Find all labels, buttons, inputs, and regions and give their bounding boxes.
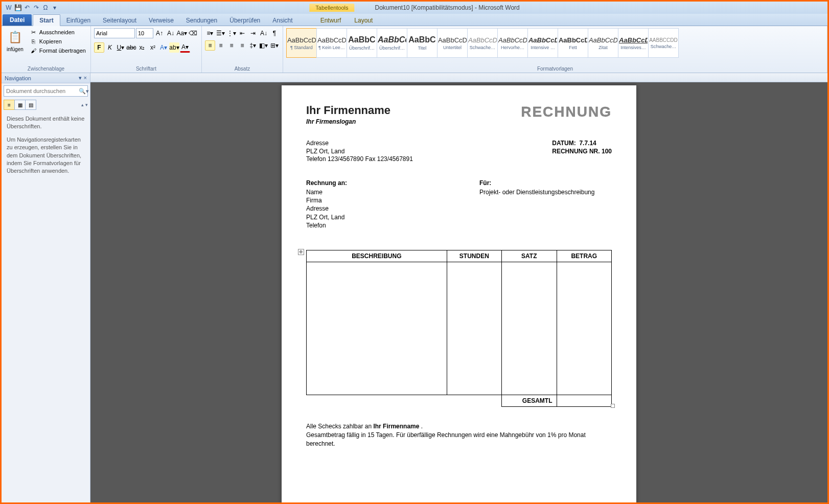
change-case-button[interactable]: Aa▾ bbox=[177, 28, 187, 38]
indent-inc-button[interactable]: ⇥ bbox=[248, 28, 258, 38]
invoice-table[interactable]: BESCHREIBUNG STUNDEN SATZ BETRAG bbox=[306, 250, 612, 407]
multilevel-button[interactable]: ⋮▾ bbox=[226, 28, 237, 38]
qat-dropdown-icon[interactable]: ▾ bbox=[51, 4, 59, 12]
cell-rate[interactable] bbox=[502, 262, 557, 395]
style-item-5[interactable]: AaBbCcDdUntertitel bbox=[437, 28, 468, 58]
nav-dropdown-icon[interactable]: ▾ bbox=[79, 75, 82, 81]
col-description[interactable]: BESCHREIBUNG bbox=[307, 250, 447, 262]
style-item-0[interactable]: AaBbCcDd¶ Standard bbox=[286, 28, 317, 58]
paste-button[interactable]: 📋 infügen bbox=[5, 28, 26, 53]
company-slogan[interactable]: Ihr Firmenslogan bbox=[306, 118, 390, 125]
font-color-button[interactable]: A▾ bbox=[180, 42, 190, 53]
numbering-button[interactable]: ☰▾ bbox=[216, 28, 226, 38]
borders-button[interactable]: ⊞▾ bbox=[269, 40, 280, 51]
tab-review[interactable]: Überprüfen bbox=[223, 15, 266, 26]
bold-button[interactable]: F bbox=[94, 42, 104, 53]
strike-button[interactable]: abc bbox=[126, 42, 136, 53]
total-label[interactable]: GESAMTL bbox=[502, 395, 557, 406]
show-marks-button[interactable]: ¶ bbox=[269, 28, 280, 38]
nav-tab-pages[interactable]: ▦ bbox=[14, 100, 26, 110]
text-effects-button[interactable]: A▾ bbox=[158, 42, 169, 53]
style-item-7[interactable]: AaBbCcDdHervorhe… bbox=[497, 28, 528, 58]
align-center-button[interactable]: ≡ bbox=[216, 40, 226, 51]
invoice-title[interactable]: RECHNUNG bbox=[521, 104, 612, 120]
nav-search-box[interactable]: 🔍 ▾ bbox=[4, 85, 88, 97]
style-sample: AaBbC bbox=[408, 35, 435, 44]
company-name[interactable]: Ihr Firmenname bbox=[306, 104, 390, 117]
style-item-10[interactable]: AaBbCcDdZitat bbox=[588, 28, 618, 58]
style-sample: AaBbC bbox=[348, 35, 375, 44]
tab-insert[interactable]: Einfügen bbox=[60, 15, 97, 26]
style-item-8[interactable]: AaBbCcDdIntensive … bbox=[527, 28, 558, 58]
horizontal-ruler[interactable] bbox=[90, 73, 827, 82]
style-item-11[interactable]: AaBbCcDdIntensives… bbox=[618, 28, 649, 58]
style-item-3[interactable]: AaBbCcÜberschrif… bbox=[377, 28, 407, 58]
tab-references[interactable]: Verweise bbox=[143, 15, 180, 26]
footer-text[interactable]: Alle Schecks zahlbar an Ihr Firmenname .… bbox=[306, 422, 612, 448]
recipient-row[interactable]: Rechnung an: Name Firma Adresse PLZ Ort,… bbox=[306, 179, 612, 230]
table-move-handle[interactable]: ✥ bbox=[298, 249, 304, 255]
table-total-row[interactable]: GESAMTL bbox=[307, 395, 612, 406]
cell-hours[interactable] bbox=[447, 262, 501, 395]
copy-button[interactable]: ⎘Kopieren bbox=[29, 37, 87, 45]
nav-close-icon[interactable]: × bbox=[84, 75, 87, 81]
shading-button[interactable]: ◧▾ bbox=[259, 40, 269, 51]
style-item-6[interactable]: AaBbCcDdSchwache… bbox=[467, 28, 498, 58]
italic-button[interactable]: K bbox=[105, 42, 115, 53]
grow-font-button[interactable]: A↑ bbox=[154, 28, 165, 38]
tab-mailings[interactable]: Sendungen bbox=[180, 15, 223, 26]
col-amount[interactable]: BETRAG bbox=[557, 250, 611, 262]
indent-dec-button[interactable]: ⇤ bbox=[237, 28, 247, 38]
table-resize-handle[interactable] bbox=[611, 404, 615, 408]
redo-icon[interactable]: ↷ bbox=[32, 4, 40, 12]
font-size-select[interactable] bbox=[136, 28, 153, 38]
style-item-2[interactable]: AaBbCÜberschrif… bbox=[347, 28, 377, 58]
tab-pagelayout[interactable]: Seitenlayout bbox=[97, 15, 143, 26]
tab-start[interactable]: Start bbox=[33, 14, 60, 26]
bullets-button[interactable]: ≡▾ bbox=[205, 28, 215, 38]
cell-amount[interactable] bbox=[557, 262, 611, 395]
tab-file[interactable]: Datei bbox=[3, 14, 32, 26]
search-dropdown-icon[interactable]: ▾ bbox=[86, 88, 89, 95]
address-block[interactable]: Adresse PLZ Ort, Land Telefon 123/456789… bbox=[306, 140, 413, 164]
line-spacing-button[interactable]: ‡▾ bbox=[248, 40, 258, 51]
font-family-select[interactable] bbox=[94, 28, 135, 38]
tab-table-design[interactable]: Entwurf bbox=[314, 15, 348, 26]
page[interactable]: Ihr Firmenname Ihr Firmenslogan RECHNUNG… bbox=[282, 85, 636, 502]
clear-format-button[interactable]: ⌫ bbox=[188, 28, 198, 38]
tab-table-layout[interactable]: Layout bbox=[348, 15, 379, 26]
cut-button[interactable]: ✂Ausschneiden bbox=[29, 28, 87, 36]
nav-collapse-icon[interactable]: ▴ ▾ bbox=[81, 102, 88, 107]
style-item-4[interactable]: AaBbCTitel bbox=[407, 28, 437, 58]
nav-tab-headings[interactable]: ≡ bbox=[4, 100, 15, 110]
cell-description[interactable] bbox=[307, 262, 447, 395]
col-hours[interactable]: STUNDEN bbox=[447, 250, 501, 262]
justify-button[interactable]: ≡ bbox=[237, 40, 247, 51]
format-painter-button[interactable]: 🖌Format übertragen bbox=[29, 47, 87, 55]
subscript-button[interactable]: x₂ bbox=[137, 42, 147, 53]
document-canvas[interactable]: Ihr Firmenname Ihr Firmenslogan RECHNUNG… bbox=[90, 73, 827, 502]
undo-icon[interactable]: ↶ bbox=[23, 4, 31, 12]
total-value[interactable] bbox=[557, 395, 611, 406]
table-body-row[interactable] bbox=[307, 262, 612, 395]
style-item-1[interactable]: AaBbCcDd¶ Kein Lee… bbox=[316, 28, 347, 58]
save-icon[interactable]: 💾 bbox=[14, 4, 22, 12]
style-item-12[interactable]: AABBCCDDSchwache… bbox=[648, 28, 679, 58]
date-block[interactable]: DATUM: 7.7.14 RECHNUNG NR. 100 bbox=[552, 140, 612, 164]
highlight-button[interactable]: ab▾ bbox=[169, 42, 179, 53]
sort-button[interactable]: A↓ bbox=[259, 28, 269, 38]
align-right-button[interactable]: ≡ bbox=[226, 40, 237, 51]
shrink-font-button[interactable]: A↓ bbox=[166, 28, 176, 38]
omega-icon[interactable]: Ω bbox=[41, 4, 50, 12]
underline-button[interactable]: U▾ bbox=[116, 42, 126, 53]
style-item-9[interactable]: AaBbCcDdFett bbox=[558, 28, 588, 58]
superscript-button[interactable]: x² bbox=[148, 42, 158, 53]
copy-icon: ⎘ bbox=[30, 38, 37, 45]
styles-gallery[interactable]: AaBbCcDd¶ StandardAaBbCcDd¶ Kein Lee…AaB… bbox=[286, 28, 678, 58]
tab-view[interactable]: Ansicht bbox=[266, 15, 298, 26]
align-left-button[interactable]: ≡ bbox=[205, 40, 215, 51]
search-icon[interactable]: 🔍 bbox=[79, 88, 86, 95]
col-rate[interactable]: SATZ bbox=[502, 250, 557, 262]
nav-tab-results[interactable]: ▤ bbox=[25, 100, 36, 110]
nav-search-input[interactable] bbox=[4, 88, 79, 94]
